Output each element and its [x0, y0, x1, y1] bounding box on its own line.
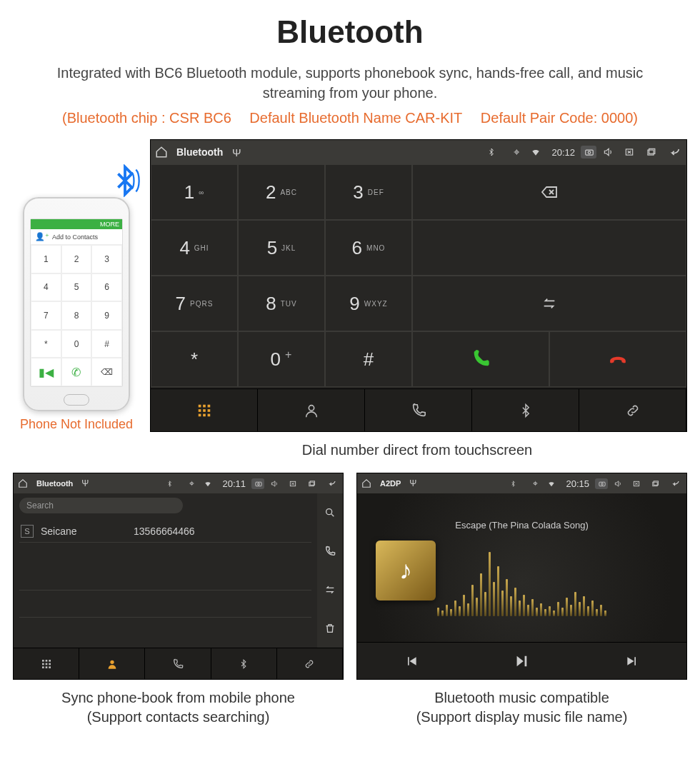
back-icon[interactable]: [666, 146, 682, 158]
hangup-button[interactable]: [549, 331, 686, 387]
svg-rect-15: [256, 482, 261, 486]
location-icon: ⌖: [185, 478, 198, 488]
svg-rect-26: [49, 663, 51, 665]
screenshot-icon[interactable]: [251, 478, 264, 489]
phone-call-icon: ✆: [61, 358, 92, 386]
phonebook-side-actions: [317, 493, 343, 648]
key-9[interactable]: 9WXYZ: [325, 276, 412, 331]
svg-rect-9: [203, 409, 206, 412]
bluetooth-waves-icon: [109, 164, 141, 197]
usb-icon: Ψ: [229, 146, 244, 159]
home-icon[interactable]: [155, 146, 171, 159]
contact-row[interactable]: S Seicane 13566664466: [19, 521, 311, 543]
svg-point-32: [601, 483, 604, 485]
svg-rect-10: [207, 409, 210, 412]
wifi-icon: [530, 147, 546, 157]
spec-pair: Default Pair Code: 0000): [481, 110, 638, 126]
tab-contacts[interactable]: [258, 389, 365, 431]
tab-keypad[interactable]: [14, 648, 79, 679]
a2dp-screen: A2DP Ψ ⌖ 20:15 ♪ Escape (The Pina Colada…: [356, 473, 687, 680]
key-2[interactable]: 2ABC: [238, 164, 325, 220]
back-icon[interactable]: [669, 479, 682, 488]
dialer-tabs: [151, 388, 686, 431]
dialer-caption: Dial number direct from touchscreen: [149, 441, 686, 460]
home-icon[interactable]: [18, 478, 31, 488]
volume-icon[interactable]: [614, 480, 626, 488]
screenshot-icon[interactable]: [581, 146, 596, 159]
key-6[interactable]: 6MNO: [325, 220, 412, 276]
svg-point-14: [309, 405, 314, 410]
key-hash[interactable]: #: [325, 331, 412, 387]
bluetooth-icon: [487, 147, 503, 157]
volume-icon[interactable]: [270, 480, 283, 488]
tab-bluetooth[interactable]: [211, 648, 277, 679]
spec-name: Default Bluetooth Name CAR-KIT: [249, 110, 462, 126]
key-7[interactable]: 7PQRS: [151, 276, 238, 331]
tab-call-log[interactable]: [365, 389, 472, 431]
contact-number: 13566664466: [134, 526, 195, 537]
close-icon[interactable]: [632, 480, 645, 488]
side-search-icon[interactable]: [324, 507, 336, 518]
add-contact-icon: 👤⁺: [35, 232, 49, 241]
spec-chip: (Bluetooth chip : CSR BC6: [62, 110, 231, 126]
phone-caption: Phone Not Included: [13, 417, 140, 432]
usb-icon: Ψ: [79, 478, 91, 488]
wifi-icon: [204, 480, 216, 488]
svg-rect-22: [45, 660, 47, 662]
phone-home-button: [64, 394, 89, 406]
phone-video-icon: ▮◀: [31, 358, 61, 386]
a2dp-controls: [357, 642, 686, 679]
music-visualizer: [390, 538, 654, 616]
back-icon[interactable]: [326, 479, 339, 488]
play-pause-button[interactable]: [513, 653, 530, 669]
home-icon[interactable]: [361, 478, 374, 488]
key-5[interactable]: 5JKL: [238, 220, 325, 276]
tab-contacts[interactable]: [79, 648, 145, 679]
dialer-screen: Bluetooth Ψ ⌖ 20:12: [150, 139, 687, 432]
track-title: Escape (The Pina Colada Song): [455, 520, 588, 531]
svg-point-20: [326, 509, 332, 515]
next-track-button[interactable]: [625, 654, 639, 668]
svg-rect-28: [45, 666, 47, 668]
key-4[interactable]: 4GHI: [151, 220, 238, 276]
page-title: Bluetooth: [13, 14, 687, 50]
phone-mockup: MORE 👤⁺ Add to Contacts 123 456 789 *0# …: [23, 197, 130, 411]
volume-icon[interactable]: [602, 147, 618, 157]
contacts-search-input[interactable]: Search: [19, 498, 183, 513]
recent-icon[interactable]: [651, 480, 664, 488]
close-icon[interactable]: [624, 147, 639, 157]
key-3[interactable]: 3DEF: [325, 164, 412, 220]
page-spec: (Bluetooth chip : CSR BC6 Default Blueto…: [13, 110, 687, 126]
tab-bluetooth[interactable]: [472, 389, 579, 431]
side-delete-icon[interactable]: [324, 623, 336, 634]
swap-button[interactable]: [412, 276, 686, 331]
tab-pair[interactable]: [277, 648, 343, 679]
tab-keypad[interactable]: [151, 389, 258, 431]
contact-badge: S: [21, 525, 34, 538]
close-icon[interactable]: [289, 480, 301, 488]
side-sync-icon[interactable]: [324, 584, 336, 595]
location-icon: ⌖: [529, 478, 541, 488]
phonebook-status-bar: Bluetooth Ψ ⌖ 20:11: [14, 473, 343, 493]
backspace-button[interactable]: [412, 164, 686, 220]
a2dp-status-bar: A2DP Ψ ⌖ 20:15: [357, 473, 686, 493]
bluetooth-icon: [166, 480, 179, 488]
svg-rect-12: [203, 413, 206, 416]
svg-rect-5: [198, 404, 201, 407]
key-8[interactable]: 8TUV: [238, 276, 325, 331]
phonebook-caption: Sync phone-book from mobile phone (Suppo…: [13, 688, 344, 727]
key-0[interactable]: 0+: [238, 331, 325, 387]
side-call-icon[interactable]: [324, 546, 336, 557]
prev-track-button[interactable]: [404, 654, 419, 668]
tab-pair[interactable]: [579, 389, 686, 431]
contact-name: Seicane: [41, 526, 126, 537]
key-1[interactable]: 1∞: [151, 164, 238, 220]
recent-icon[interactable]: [307, 480, 320, 488]
screenshot-icon[interactable]: [595, 478, 608, 489]
key-star[interactable]: *: [151, 331, 238, 387]
recent-icon[interactable]: [645, 147, 661, 157]
svg-point-1: [588, 151, 591, 154]
phonebook-screen: Bluetooth Ψ ⌖ 20:11 Search: [13, 473, 344, 680]
call-button[interactable]: [412, 331, 549, 387]
tab-call-log[interactable]: [145, 648, 211, 679]
